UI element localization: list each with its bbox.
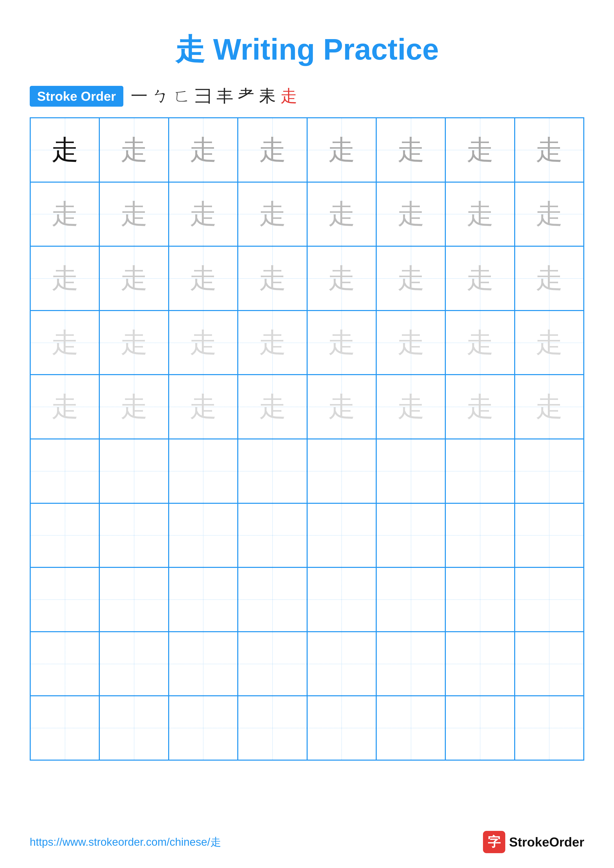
grid-cell[interactable] (376, 503, 445, 567)
grid-cell[interactable] (307, 632, 376, 696)
grid-cell[interactable] (376, 439, 445, 503)
grid-cell[interactable]: 走 (169, 310, 238, 375)
grid-cell[interactable] (307, 567, 376, 632)
page-title: 走 Writing Practice (175, 33, 439, 66)
grid-cell[interactable]: 走 (445, 182, 515, 246)
practice-char: 走 (120, 200, 148, 228)
practice-char: 走 (51, 329, 79, 356)
grid-cell[interactable]: 走 (376, 118, 445, 182)
grid-cell[interactable]: 走 (30, 375, 99, 439)
grid-cell[interactable]: 走 (169, 375, 238, 439)
grid-cell[interactable]: 走 (515, 246, 584, 310)
practice-char: 走 (397, 200, 424, 228)
grid-cell[interactable]: 走 (445, 310, 515, 375)
grid-cell[interactable] (169, 567, 238, 632)
grid-cell[interactable]: 走 (307, 182, 376, 246)
grid-cell[interactable]: 走 (99, 375, 168, 439)
grid-cell[interactable] (99, 696, 168, 760)
grid-cell[interactable]: 走 (515, 310, 584, 375)
grid-cell[interactable]: 走 (30, 310, 99, 375)
grid-cell[interactable] (30, 503, 99, 567)
grid-cell[interactable] (515, 503, 584, 567)
grid-cell[interactable]: 走 (376, 246, 445, 310)
grid-cell[interactable]: 走 (515, 118, 584, 182)
practice-char: 走 (51, 136, 79, 164)
grid-cell[interactable] (376, 696, 445, 760)
grid-cell[interactable] (307, 439, 376, 503)
grid-cell[interactable]: 走 (99, 310, 168, 375)
grid-cell[interactable] (445, 632, 515, 696)
grid-cell[interactable]: 走 (30, 246, 99, 310)
grid-cell[interactable]: 走 (99, 246, 168, 310)
grid-cell[interactable]: 走 (169, 246, 238, 310)
grid-cell[interactable] (445, 439, 515, 503)
grid-cell[interactable]: 走 (307, 246, 376, 310)
stroke-sequence: 一 ㄅ ㄈ 彐 丰 耂 耒 走 (131, 85, 297, 107)
grid-cell[interactable] (376, 567, 445, 632)
grid-cell[interactable] (169, 696, 238, 760)
grid-cell[interactable] (515, 567, 584, 632)
grid-cell[interactable] (238, 632, 307, 696)
grid-cell[interactable] (307, 503, 376, 567)
grid-cell[interactable]: 走 (515, 375, 584, 439)
grid-cell[interactable] (445, 503, 515, 567)
grid-cell[interactable] (376, 632, 445, 696)
practice-char: 走 (328, 393, 355, 420)
practice-char: 走 (259, 136, 286, 164)
grid-cell[interactable]: 走 (99, 118, 168, 182)
stroke-order-row: Stroke Order 一 ㄅ ㄈ 彐 丰 耂 耒 走 (30, 85, 584, 107)
grid-cell[interactable]: 走 (238, 375, 307, 439)
stroke-2: ㄅ (152, 85, 169, 107)
grid-cell[interactable] (238, 696, 307, 760)
grid-cell[interactable] (30, 632, 99, 696)
practice-char: 走 (120, 136, 148, 164)
grid-cell[interactable] (30, 567, 99, 632)
practice-char: 走 (328, 265, 355, 292)
logo-text: StrokeOrder (509, 835, 584, 849)
grid-cell[interactable]: 走 (307, 375, 376, 439)
grid-cell[interactable]: 走 (376, 375, 445, 439)
grid-cell[interactable]: 走 (238, 310, 307, 375)
grid-cell[interactable] (99, 632, 168, 696)
practice-char: 走 (466, 136, 494, 164)
grid-cell[interactable]: 走 (445, 118, 515, 182)
grid-cell[interactable] (515, 632, 584, 696)
grid-cell[interactable] (99, 567, 168, 632)
grid-cell[interactable] (99, 439, 168, 503)
grid-cell[interactable] (238, 439, 307, 503)
grid-cell[interactable]: 走 (307, 310, 376, 375)
grid-cell[interactable]: 走 (30, 182, 99, 246)
practice-char: 走 (259, 265, 286, 292)
grid-cell[interactable]: 走 (238, 246, 307, 310)
grid-cell[interactable] (238, 567, 307, 632)
grid-cell[interactable]: 走 (376, 310, 445, 375)
grid-cell[interactable]: 走 (169, 182, 238, 246)
grid-cell[interactable] (169, 439, 238, 503)
grid-cell[interactable]: 走 (99, 182, 168, 246)
grid-cell[interactable] (238, 503, 307, 567)
practice-char: 走 (397, 329, 424, 356)
grid-cell[interactable]: 走 (238, 118, 307, 182)
grid-cell[interactable]: 走 (376, 182, 445, 246)
grid-cell[interactable]: 走 (515, 182, 584, 246)
stroke-3: ㄈ (174, 85, 191, 107)
grid-cell[interactable] (515, 439, 584, 503)
grid-cell[interactable] (445, 567, 515, 632)
grid-cell[interactable]: 走 (307, 118, 376, 182)
grid-cell[interactable] (169, 503, 238, 567)
grid-cell[interactable] (99, 503, 168, 567)
grid-cell[interactable] (515, 696, 584, 760)
grid-cell[interactable] (307, 696, 376, 760)
footer: https://www.strokeorder.com/chinese/走 字 … (30, 831, 584, 853)
grid-cell[interactable]: 走 (30, 118, 99, 182)
grid-cell[interactable] (445, 696, 515, 760)
grid-cell[interactable] (30, 439, 99, 503)
grid-cell[interactable]: 走 (169, 118, 238, 182)
stroke-5: 丰 (216, 85, 233, 107)
practice-char: 走 (328, 200, 355, 228)
grid-cell[interactable]: 走 (238, 182, 307, 246)
grid-cell[interactable]: 走 (445, 246, 515, 310)
grid-cell[interactable]: 走 (445, 375, 515, 439)
grid-cell[interactable] (30, 696, 99, 760)
grid-cell[interactable] (169, 632, 238, 696)
